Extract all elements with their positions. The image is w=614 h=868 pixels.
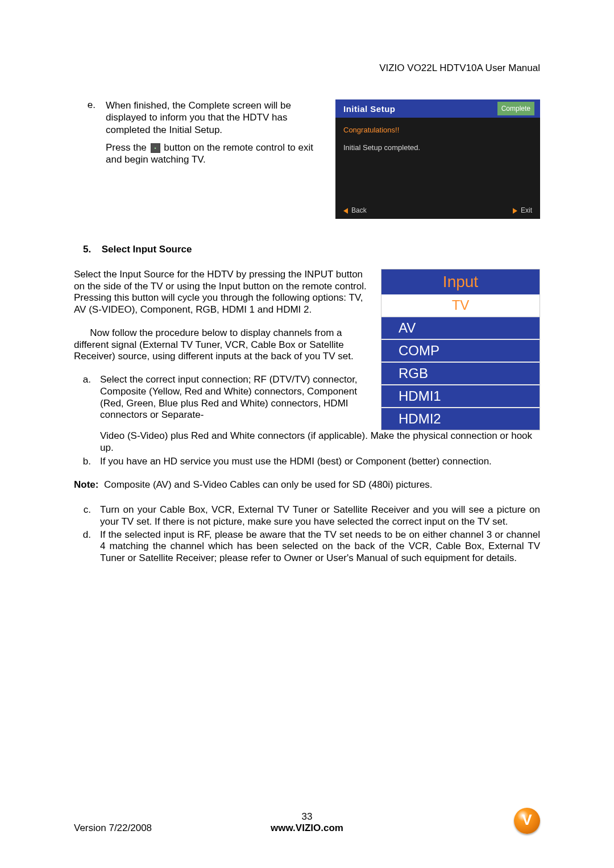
note-line: Note: Composite (AV) and S-Video Cables … [74,479,540,491]
note-label: Note: [74,479,98,490]
footer-page: 33 [74,811,540,823]
osd-exit: Exit [513,206,532,214]
note-text: Composite (AV) and S-Video Cables can on… [98,479,432,490]
manual-title: VIZIO VO22L HDTV10A User Manual [74,63,540,74]
step-e-block: e. When finished, the Complete screen wi… [74,99,322,165]
list-marker-c: c. [74,504,100,528]
section-5-heading: 5. Select Input Source [83,244,540,255]
section5-para2: Now follow the procedure below to displa… [74,327,367,363]
list-item-d: If the selected input is RF, please be a… [100,529,540,564]
footer-url: www.VIZIO.com [74,823,540,834]
list-item-a-lead: Select the correct input connection; RF … [100,374,367,421]
osd-title: Initial Setup [343,104,396,114]
arrow-right-icon [513,208,517,214]
list-item-c: Turn on your Cable Box, VCR, External TV… [100,504,540,528]
initial-setup-osd: Initial Setup Complete Congratulations!!… [335,99,540,219]
input-menu-item-rgb: RGB [381,363,540,385]
step-e-para1: When finished, the Complete screen will … [106,99,322,136]
section5-para1: Select the Input Source for the HDTV by … [74,269,367,316]
section-5-title: Select Input Source [102,244,192,255]
input-menu-item-tv: TV [381,294,540,317]
input-menu-item-av: AV [381,317,540,340]
step-e-para2-prefix: Press the [106,142,150,153]
list-marker-b: b. [74,456,100,468]
step-e-para2: Press the • button on the remote control… [106,142,322,166]
input-menu-item-hdmi1: HDMI1 [381,385,540,408]
list-marker-a: a. [74,374,100,421]
section-5-number: 5. [83,244,99,255]
list-item-b: If you have an HD service you must use t… [100,456,540,468]
list-item-a-tail: Video (S-Video) plus Red and White conne… [100,430,540,454]
osd-msg: Initial Setup completed. [343,143,532,152]
osd-congrats: Congratulations!! [343,126,532,134]
osd-back: Back [343,206,367,214]
input-menu-item-comp: COMP [381,340,540,363]
list-marker-d: d. [74,529,100,564]
input-menu-title: Input [381,269,540,294]
list-marker-e: e. [74,99,106,136]
input-menu-osd: Input TV AV COMP RGB HDMI1 HDMI2 [381,269,540,430]
osd-complete-badge: Complete [497,102,534,115]
vizio-logo-icon [514,808,540,834]
arrow-left-icon [343,208,348,214]
remote-button-icon: • [151,143,160,153]
input-menu-item-hdmi2: HDMI2 [381,408,540,430]
